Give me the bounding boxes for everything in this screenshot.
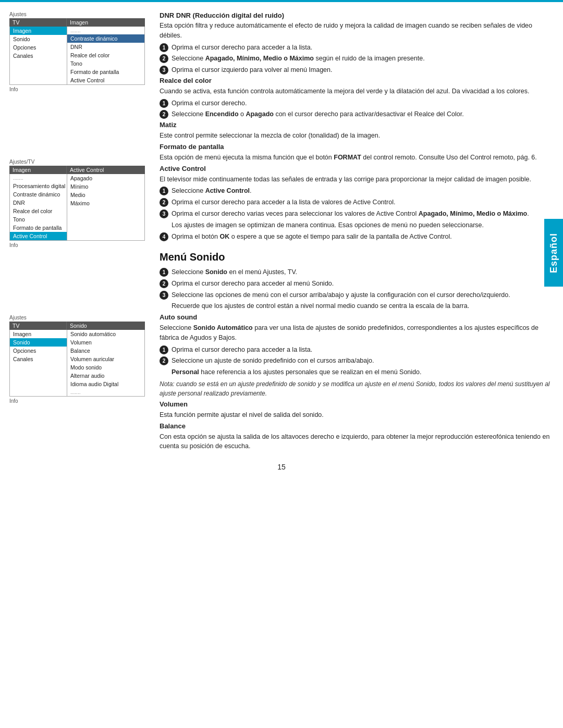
list-item[interactable]: Active Control [67,76,144,84]
step-number: 3 [160,291,168,300]
step-text: Oprima el cursor derecho para acceder al… [172,279,334,289]
step-text: Oprima el botón OK o espere a que se ago… [172,232,452,242]
step-number: 3 [160,66,168,75]
step-number: 1 [160,187,168,195]
list-item[interactable]: Mínimo [67,182,144,191]
panel3-left: Imagen Sonido Opciones Canales [10,330,67,396]
list-item[interactable]: DNR [10,199,67,207]
list-item[interactable]: Formato de pantalla [10,224,67,232]
panel3-info: Info [9,398,145,404]
panel3-header-left: TV [9,322,67,330]
realce-title: Realce del color [160,77,554,84]
step-number: 2 [160,356,168,365]
panel3-header-right: Sonido [67,322,145,330]
panel1-info: Info [9,87,145,92]
panel1-header: TV Imagen [9,18,145,27]
panel1-header-imagen: Imagen [67,18,145,27]
active-step-2: 2 Oprima el cursor derecho para acceder … [160,198,554,207]
list-item[interactable]: Modo sonido [67,363,144,372]
list-item[interactable]: Tono [67,59,144,68]
step-number: 1 [160,346,168,354]
step-number: 1 [160,43,168,52]
list-item[interactable]: Contraste dinámico [10,190,67,199]
step-text: Seleccione Apagado, Mínimo, Medio o Máxi… [172,54,425,64]
dnr-body: Esta opción filtra y reduce automáticame… [160,21,554,41]
panel3-header: TV Sonido [9,322,145,330]
list-item[interactable]: Volumen [67,338,144,347]
panel1-body: Imagen Sonido Opciones Canales ....... C… [9,27,145,85]
espanol-label: Español [548,233,559,273]
panel2-right: Apagado Mínimo Medio Máximo [67,174,144,240]
list-item[interactable]: Formato de pantalla [67,68,144,76]
panel2-left: ....... Procesamiento digital Contraste … [10,174,67,240]
list-item[interactable]: Sonido automático [67,330,144,338]
realce-step-1: 1 Oprima el cursor derecho. [160,98,554,108]
active-note: Los ajustes de imagen se optimizan de ma… [172,220,554,230]
list-item[interactable]: Procesamiento digital [10,182,67,190]
step-text: Seleccione un ajuste de sonido predefini… [172,356,374,366]
dnr-step-2: 2 Seleccione Apagado, Mínimo, Medio o Má… [160,54,554,64]
list-item[interactable]: Medio [67,191,144,199]
list-item[interactable]: Realce del color [67,51,144,59]
active-step-1: 1 Seleccione Active Control. [160,186,554,196]
list-item[interactable]: Canales [10,52,67,60]
step-text: Seleccione Active Control. [172,186,252,196]
list-item[interactable]: Canales [10,355,67,363]
list-item: ....... [67,388,144,396]
step-text: Oprima el cursor derecho para acceder a … [172,345,312,355]
sonido-step-1: 1 Seleccione Sonido en el menú Ajustes, … [160,267,554,277]
menu-panel-3: Ajustes TV Sonido Imagen Sonido Opciones… [9,315,145,404]
list-item[interactable]: Imagen [10,330,67,338]
step-text: Oprima el cursor derecho varias veces pa… [172,209,529,219]
menu-panel-2: Ajustes/TV Imagen Active Control .......… [9,159,145,248]
espanol-tab: Español [544,219,563,287]
dnr-step-3: 3 Oprima el cursor izquierdo para volver… [160,65,554,75]
list-item[interactable]: Tono [10,215,67,224]
matiz-section: Matiz Este control permite seleccionar l… [160,121,554,141]
step-number: 1 [160,268,168,277]
autosound-italic: Nota: cuando se está en un ajuste predef… [160,379,554,398]
list-item[interactable]: Máximo [67,199,144,207]
list-item[interactable]: Contraste dinámico [67,34,144,43]
panel3-label: Ajustes [9,315,145,320]
step-number: 4 [160,232,168,241]
matiz-title: Matiz [160,121,554,129]
step-text: Seleccione las opciones de menú con el c… [172,290,510,300]
dnr-title-rest: DNR (Reducción digital del ruido) [176,11,284,19]
menu-sonido-section: 1 Seleccione Sonido en el menú Ajustes, … [160,267,554,311]
panel3-right: Sonido automático Volumen Balance Volume… [67,330,144,396]
list-item[interactable]: Imagen [10,27,67,35]
menu-panel-1: Ajustes TV Imagen Imagen Sonido Opciones… [9,11,145,92]
panel2-header: Imagen Active Control [9,166,145,174]
list-item[interactable]: Volumen auricular [67,355,144,363]
step-text: Seleccione Encendido o Apagado con el cu… [172,109,464,119]
list-item[interactable]: Sonido [10,35,67,43]
list-item[interactable]: Opciones [10,347,67,355]
step-number: 2 [160,54,168,63]
list-item-active-control[interactable]: Active Control [10,232,67,240]
step-number: 3 [160,209,168,218]
formato-body: Esta opción de menú ejecuta la misma fun… [160,153,554,163]
realce-step-2: 2 Seleccione Encendido o Apagado con el … [160,109,554,119]
dnr-step-1: 1 Oprima el cursor derecho para acceder … [160,43,554,53]
panel1-right: ....... Contraste dinámico DNR Realce de… [67,27,144,84]
right-column: DNR DNR (Reducción digital del ruido) Es… [151,11,563,453]
list-item[interactable]: DNR [67,43,144,51]
step-text: Oprima el cursor derecho para acceder a … [172,198,395,207]
step-number: 2 [160,279,168,288]
page-number: 15 [0,453,563,476]
list-item[interactable]: Realce del color [10,207,67,215]
matiz-body: Este control permite seleccionar la mezc… [160,131,554,141]
list-item[interactable]: Opciones [10,43,67,52]
sonido-step-3: 3 Seleccione las opciones de menú con el… [160,290,554,300]
list-item[interactable]: Alternar audio [67,372,144,380]
sonido-step-2: 2 Oprima el cursor derecho para acceder … [160,279,554,289]
step-number: 1 [160,99,168,108]
list-item[interactable]: Balance [67,347,144,355]
list-item[interactable]: Idioma audio Digital [67,380,144,388]
panel2-info: Info [9,242,145,248]
dnr-section: DNR DNR (Reducción digital del ruido) Es… [160,11,554,75]
list-item-sonido[interactable]: Sonido [10,338,67,347]
balance-title: Balance [160,422,554,430]
list-item[interactable]: Apagado [67,174,144,182]
